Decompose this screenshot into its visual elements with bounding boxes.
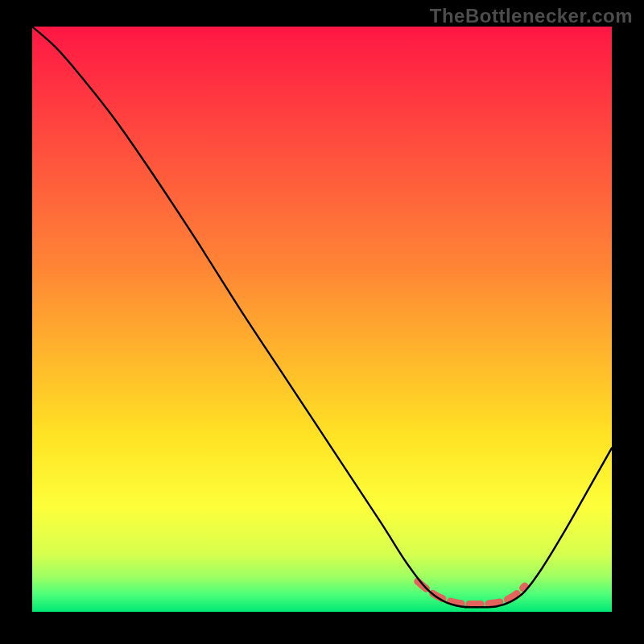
watermark-text: TheBottlenecker.com [430,5,633,27]
curve-layer [32,27,612,612]
bottleneck-curve [32,27,612,607]
chart-plot-area [32,27,612,612]
optimal-zone-marker [418,581,525,604]
